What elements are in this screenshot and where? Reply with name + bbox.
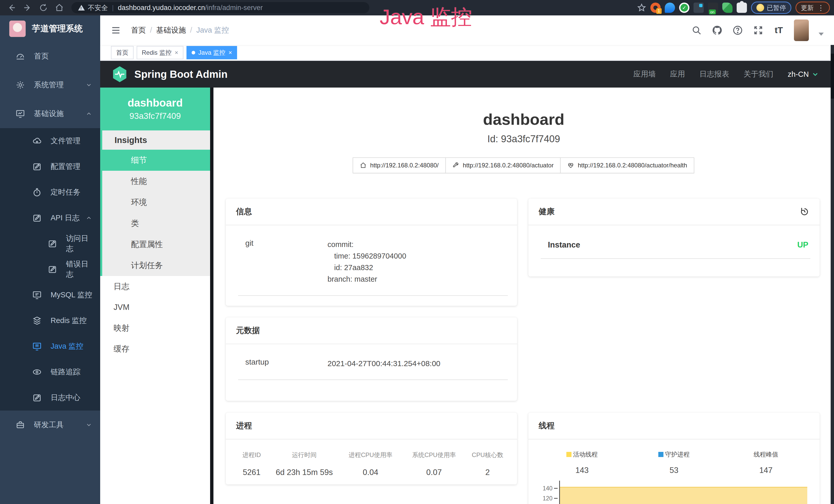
sidebar-item-error-log[interactable]: 错误日志 — [0, 256, 100, 282]
extension-icon-1[interactable]: 1 — [650, 3, 661, 13]
sidebar-item-mysql[interactable]: MySQL 监控 — [0, 282, 100, 308]
avatar-caret-icon[interactable] — [818, 32, 824, 36]
sidebar-item-log-center[interactable]: 日志中心 — [0, 385, 100, 411]
github-icon[interactable] — [712, 25, 723, 36]
sba-locale-select[interactable]: zh-CN — [788, 70, 818, 78]
avatar[interactable] — [794, 20, 809, 41]
sidebar-item-java-monitor[interactable]: Java 监控 — [0, 334, 100, 359]
health-instance-row[interactable]: Instance UP — [541, 233, 810, 259]
history-icon[interactable] — [799, 207, 809, 216]
extensions-puzzle-icon[interactable] — [737, 3, 747, 13]
address-bar[interactable]: 不安全 | dashboard.yudao.iocoder.cn /infra/… — [71, 2, 369, 13]
breadcrumb-infra[interactable]: 基础设施 — [156, 25, 186, 36]
sidebar-fold-icon[interactable] — [110, 25, 121, 36]
sba-menu-environment[interactable]: 环境 — [102, 192, 210, 213]
column-value: 0.07 — [402, 468, 466, 477]
breadcrumb-separator: / — [150, 26, 152, 35]
sba-nav-wall[interactable]: 应用墙 — [633, 69, 656, 79]
sidebar-item-label: 定时任务 — [50, 187, 81, 198]
endpoint-actuator-button[interactable]: http://192.168.0.2:48080/actuator — [445, 157, 561, 173]
iframe-scrollbar[interactable] — [210, 88, 214, 504]
sidebar-item-jobs[interactable]: 定时任务 — [0, 180, 100, 205]
tag-close-icon[interactable]: × — [228, 49, 232, 56]
sba-instance-header[interactable]: dashboard 93a3fc7f7409 — [100, 88, 210, 131]
spring-boot-admin-logo[interactable] — [112, 66, 128, 83]
endpoint-health-button[interactable]: http://192.168.0.2:48080/actuator/health — [560, 157, 694, 173]
sba-sidebar: dashboard 93a3fc7f7409 Insights 细节 性能 环境… — [100, 88, 210, 504]
sba-nav: 应用墙 应用 日志报表 关于我们 zh-CN — [633, 69, 818, 79]
extension-leaf-icon[interactable] — [722, 3, 732, 13]
sba-menu-jvm[interactable]: JVM — [100, 297, 210, 318]
browser-home-icon[interactable] — [55, 3, 64, 12]
sba-menu-scheduled-tasks[interactable]: 计划任务 — [102, 255, 210, 276]
browser-menu-icon[interactable]: ⋮ — [817, 4, 825, 12]
sba-menu-details[interactable]: 细节 — [100, 150, 210, 171]
sidebar-item-files[interactable]: 文件管理 — [0, 128, 100, 154]
instance-id: 93a3fc7f7409 — [100, 111, 210, 121]
sba-nav-applications[interactable]: 应用 — [670, 69, 685, 79]
app-title: 芋道管理系统 — [32, 23, 83, 35]
sba-menu-mappings[interactable]: 映射 — [100, 318, 210, 338]
process-table: 进程ID 5261 运行时间 6d 23h 15m 59s 进程CPU使用率 — [234, 450, 509, 477]
browser-extensions-area: 1 ✓ on 已暂停 更新 ⋮ — [637, 0, 830, 16]
sba-menu-metrics[interactable]: 性能 — [102, 171, 210, 192]
heartbeat-icon — [567, 162, 574, 169]
sidebar-item-dev-tools[interactable]: 研发工具 — [0, 411, 100, 439]
sidebar-item-home[interactable]: 首页 — [0, 42, 100, 71]
sidebar-item-label: MySQL 监控 — [50, 290, 92, 300]
sidebar-item-system[interactable]: 系统管理 — [0, 71, 100, 99]
paused-profile-pill[interactable]: 已暂停 — [751, 2, 791, 14]
sba-menu-classes[interactable]: 类 — [102, 213, 210, 234]
sidebar-item-infra[interactable]: 基础设施 — [0, 99, 100, 128]
security-warning-icon[interactable] — [78, 5, 85, 10]
tag-redis-monitor[interactable]: Redis 监控 × — [137, 46, 183, 59]
browser-forward-icon[interactable] — [23, 3, 32, 12]
scrollbar-thumb[interactable] — [831, 54, 834, 98]
column-value: 5261 — [234, 468, 270, 477]
help-icon[interactable] — [732, 25, 743, 36]
sba-brand-title[interactable]: Spring Boot Admin — [134, 69, 227, 80]
extension-pin-icon[interactable] — [665, 3, 675, 13]
page-scrollbar[interactable] — [831, 45, 834, 504]
timer-icon — [32, 187, 42, 197]
extension-grid-icon[interactable] — [694, 3, 704, 13]
edit-icon — [32, 213, 42, 223]
sba-menu-config-props[interactable]: 配置属性 — [102, 234, 210, 255]
sidebar-item-api-log[interactable]: API 日志 — [0, 205, 100, 231]
tag-java-monitor[interactable]: Java 监控 × — [186, 46, 237, 59]
sba-nav-journal[interactable]: 日志报表 — [699, 69, 729, 79]
fullscreen-icon[interactable] — [753, 25, 764, 36]
instance-hero: dashboard Id: 93a3fc7f7409 http://192.16… — [214, 110, 834, 173]
sba-menu-caches[interactable]: 缓存 — [100, 338, 210, 359]
font-size-icon[interactable]: tT — [773, 25, 784, 36]
y-axis-tick-label: 120 — [536, 495, 552, 502]
sidebar-item-access-log[interactable]: 访问日志 — [0, 231, 100, 256]
info-key: git — [245, 239, 328, 285]
sba-content: dashboard Id: 93a3fc7f7409 http://192.16… — [214, 88, 834, 504]
sidebar-item-label: Java 监控 — [50, 341, 83, 351]
search-icon[interactable] — [691, 25, 702, 36]
sba-menu-logs[interactable]: 日志 — [100, 276, 210, 297]
info-panel: 信息 git commit: time: 1596289704000 id: 2… — [226, 199, 517, 306]
browser-reload-icon[interactable] — [39, 3, 48, 12]
endpoint-home-button[interactable]: http://192.168.0.2:48080/ — [353, 157, 446, 173]
breadcrumb-home[interactable]: 首页 — [131, 25, 146, 36]
sidebar-logo-row[interactable]: 芋道管理系统 — [0, 16, 100, 42]
stat-value: 143 — [536, 466, 628, 475]
extension-check-icon[interactable]: ✓ — [679, 3, 689, 13]
extension-switch-icon[interactable]: on — [708, 3, 718, 13]
info-panel-title: 信息 — [236, 206, 252, 217]
sidebar-item-redis[interactable]: Redis 监控 — [0, 308, 100, 334]
sidebar-item-tracing[interactable]: 链路追踪 — [0, 359, 100, 385]
browser-back-icon[interactable] — [7, 3, 16, 12]
address-separator: | — [112, 4, 114, 12]
tag-close-icon[interactable]: × — [175, 49, 178, 56]
edit-icon — [32, 162, 42, 171]
column-value: 6d 23h 15m 59s — [270, 468, 339, 477]
update-button[interactable]: 更新 ⋮ — [795, 2, 830, 14]
sidebar-item-config[interactable]: 配置管理 — [0, 154, 100, 180]
insights-heading: Insights — [102, 131, 210, 150]
sba-nav-about[interactable]: 关于我们 — [744, 69, 773, 79]
tag-home[interactable]: 首页 — [111, 46, 134, 59]
bookmark-star-icon[interactable] — [637, 3, 646, 12]
